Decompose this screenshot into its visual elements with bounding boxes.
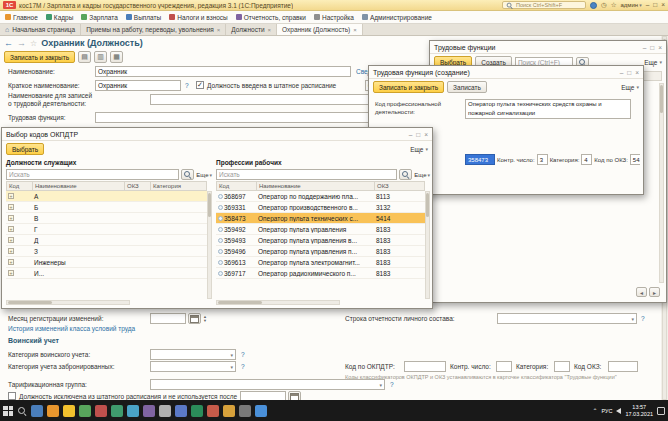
maximize-icon[interactable] <box>650 44 654 51</box>
profession-row[interactable]: 369331Оператор производственного в...313… <box>216 202 425 213</box>
category-input[interactable] <box>554 361 570 372</box>
taskbar-app-icon[interactable] <box>95 405 107 417</box>
month-input[interactable] <box>150 313 186 324</box>
more-button[interactable]: Еще <box>196 172 212 178</box>
history-link[interactable]: История изменений класса условий труда <box>8 325 135 332</box>
maximize-icon[interactable] <box>627 69 631 76</box>
name-input[interactable]: Охранник <box>95 66 351 77</box>
pane-vertical-scrollbar[interactable] <box>207 191 212 299</box>
language-indicator[interactable]: РУС <box>601 408 612 414</box>
tab-hires[interactable]: Приемы на работу, переводы, увольнения <box>81 24 226 35</box>
more-button[interactable]: Еще <box>410 146 428 153</box>
okpdtr-code-input-selected[interactable]: 358473 <box>465 154 495 165</box>
menu-item-otchetnost[interactable]: Отчетность, справки <box>236 14 306 21</box>
column-code[interactable]: Код <box>217 182 257 190</box>
maximize-icon[interactable] <box>416 131 420 138</box>
maximize-button[interactable] <box>653 2 657 9</box>
column-name[interactable]: Наименование <box>257 182 375 190</box>
scrollbar-thumb[interactable] <box>426 193 429 217</box>
staffing-checkbox[interactable] <box>196 81 204 89</box>
taskbar-search-icon[interactable] <box>17 406 27 416</box>
pane-horizontal-scrollbar[interactable] <box>216 300 340 305</box>
calendar-button[interactable] <box>188 313 201 324</box>
reserved-category-combo[interactable] <box>150 361 236 372</box>
menu-item-nalogi[interactable]: Налоги и взносы <box>169 14 228 21</box>
taskbar-app-icon[interactable] <box>239 405 251 417</box>
group-row[interactable]: Г <box>6 224 207 235</box>
menu-item-administrirovanie[interactable]: Администрирование <box>362 14 432 21</box>
tab-position-card[interactable]: Охранник (Должность) <box>277 24 363 35</box>
help-icon[interactable] <box>185 82 189 89</box>
short-name-input[interactable]: Охранник <box>95 80 181 91</box>
group-row[interactable]: В <box>6 213 207 224</box>
volume-icon[interactable] <box>616 408 621 414</box>
chevron-down-icon[interactable] <box>230 352 233 358</box>
favorite-star-icon[interactable] <box>30 39 37 48</box>
minimize-icon[interactable] <box>409 131 413 138</box>
group-row[interactable]: И... <box>6 268 207 279</box>
column-category[interactable]: Категория <box>151 182 206 190</box>
profession-row[interactable]: 359493Оператор пульта управления в...818… <box>216 235 425 246</box>
menu-item-nastroyka[interactable]: Настройка <box>314 14 354 21</box>
column-okz[interactable]: ОКЗ <box>125 182 151 190</box>
select-button[interactable]: Выбрать <box>6 143 44 155</box>
group-row[interactable]: З <box>6 246 207 257</box>
tab-positions[interactable]: Должности <box>226 24 277 35</box>
search-input[interactable]: Искать <box>216 169 397 180</box>
month-stepper[interactable]: ▲▼ <box>203 313 207 324</box>
search-button[interactable] <box>181 169 194 180</box>
save-icon-button[interactable]: ▤ <box>78 51 91 63</box>
tab-home[interactable]: Начальная страница <box>0 24 81 35</box>
menu-item-kadry[interactable]: Кадры <box>46 14 73 21</box>
chevron-down-icon[interactable] <box>230 364 233 370</box>
column-code[interactable]: Код <box>7 182 33 190</box>
favorites-icon[interactable]: ☆ <box>611 2 617 9</box>
function-name-input[interactable]: Оператор пульта технических средств охра… <box>465 99 631 119</box>
tray-expand-icon[interactable]: ⌃ <box>592 407 597 414</box>
taskbar-clock[interactable]: 13:57 17.03.2021 <box>625 404 653 418</box>
profession-row[interactable]: 369717Оператор радиохимического п...8183 <box>216 268 425 279</box>
taskbar-app-icon[interactable] <box>223 405 235 417</box>
close-tab-icon[interactable] <box>268 27 272 33</box>
close-icon[interactable] <box>658 44 662 51</box>
scrollbar-thumb[interactable] <box>218 301 262 304</box>
back-arrow-icon[interactable]: ← <box>4 38 13 48</box>
scrollbar-thumb[interactable] <box>8 301 52 304</box>
taskbar-app-icon[interactable] <box>127 405 139 417</box>
scrollbar-thumb[interactable] <box>208 193 211 217</box>
taskbar-app-icon[interactable] <box>191 405 203 417</box>
next-page-button[interactable]: ▸ <box>649 287 660 297</box>
minimize-icon[interactable] <box>620 69 624 76</box>
help-icon[interactable] <box>241 363 245 370</box>
copy-icon-button[interactable]: ▥ <box>94 51 107 63</box>
save-close-button[interactable]: Записать и закрыть <box>4 51 75 63</box>
taskbar-app-icon[interactable] <box>207 405 219 417</box>
more-button[interactable]: Еще <box>414 172 430 178</box>
close-tab-icon[interactable] <box>217 27 221 33</box>
menu-item-main[interactable]: Главное <box>5 14 38 21</box>
taskbar-app-icon[interactable] <box>79 405 91 417</box>
user-menu[interactable]: админ <box>620 2 641 8</box>
pane-horizontal-scrollbar[interactable] <box>6 300 130 305</box>
close-tab-icon[interactable] <box>353 27 357 33</box>
prev-page-button[interactable]: ◂ <box>636 287 647 297</box>
menu-item-zarplata[interactable]: Зарплата <box>81 14 117 21</box>
forward-arrow-icon[interactable]: → <box>17 38 26 48</box>
column-name[interactable]: Наименование <box>33 182 125 190</box>
more-icon-button[interactable]: ▦ <box>110 51 123 63</box>
okpdtr-code-input[interactable] <box>404 361 446 372</box>
search-button[interactable] <box>399 169 412 180</box>
history-icon[interactable]: ◷ <box>601 2 607 9</box>
profession-row[interactable]: 359496Оператор пульта управления п...818… <box>216 246 425 257</box>
action-center-icon[interactable] <box>657 407 665 415</box>
more-button[interactable]: Еще <box>644 59 662 66</box>
excluded-checkbox[interactable] <box>8 392 16 400</box>
category-input[interactable]: 4 <box>581 154 592 165</box>
okz-code-input[interactable] <box>608 361 638 372</box>
profession-row[interactable]: 368697Оператор по поддержанию пла...8113 <box>216 191 425 202</box>
save-close-button[interactable]: Записать и закрыть <box>373 81 444 93</box>
pane-vertical-scrollbar[interactable] <box>425 191 430 299</box>
discussions-icon[interactable] <box>590 2 597 9</box>
report-line-combo[interactable] <box>497 313 637 324</box>
taskbar-app-icon[interactable] <box>175 405 187 417</box>
